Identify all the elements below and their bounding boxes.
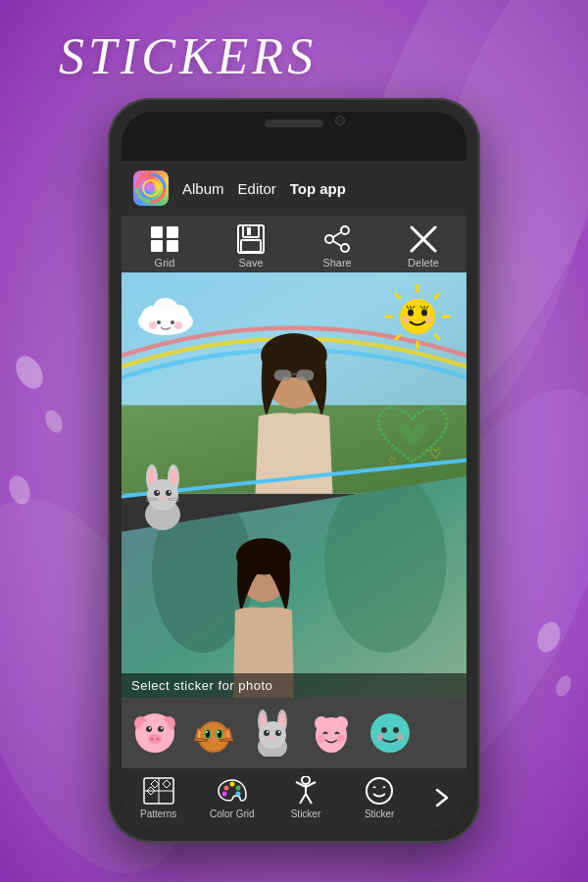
svg-point-88: [139, 717, 171, 749]
svg-point-89: [146, 726, 152, 732]
save-button[interactable]: Save: [233, 223, 269, 269]
svg-marker-137: [151, 780, 159, 788]
svg-point-120: [275, 730, 281, 736]
tab-sticker1[interactable]: Sticker: [280, 776, 331, 819]
nav-top-app[interactable]: Top app: [290, 180, 346, 197]
svg-point-142: [235, 786, 240, 791]
svg-point-76: [157, 491, 159, 493]
sticker-cloud[interactable]: [131, 290, 200, 339]
sticker-sun[interactable]: [383, 282, 452, 351]
svg-line-54: [396, 335, 400, 339]
nav-editor[interactable]: Editor: [238, 180, 276, 197]
svg-point-74: [154, 490, 160, 496]
svg-point-108: [212, 739, 216, 742]
svg-point-9: [553, 673, 574, 699]
svg-point-73: [147, 479, 178, 511]
svg-line-150: [306, 794, 312, 804]
sticker-bunny-border[interactable]: [136, 464, 190, 532]
svg-point-78: [161, 497, 165, 500]
nav-album[interactable]: Album: [182, 180, 224, 197]
share-icon: [319, 223, 355, 255]
sticker-item-bunny[interactable]: [247, 708, 298, 759]
svg-point-23: [325, 235, 333, 243]
sticker1-icon: [288, 776, 323, 806]
svg-point-121: [267, 731, 269, 733]
svg-point-123: [270, 737, 274, 740]
app-screen: Album Editor Top app: [122, 161, 466, 829]
phone-screen: Album Editor Top app: [122, 112, 466, 829]
svg-text:♡: ♡: [429, 446, 442, 462]
svg-line-50: [435, 294, 439, 298]
svg-point-129: [370, 713, 410, 753]
svg-point-38: [324, 476, 446, 653]
svg-point-122: [278, 731, 280, 733]
svg-line-149: [300, 794, 306, 804]
sticker-item-teal[interactable]: [365, 708, 416, 759]
sticker1-label: Sticker: [291, 808, 321, 819]
photo-area[interactable]: ♡ ♡ Select sticker for photo: [122, 272, 466, 698]
svg-point-106: [206, 731, 208, 733]
svg-point-151: [367, 778, 392, 804]
svg-point-77: [169, 491, 171, 493]
sticker-item-cat[interactable]: [188, 708, 239, 759]
tab-patterns[interactable]: Patterns: [133, 776, 184, 819]
app-icon[interactable]: [133, 171, 169, 206]
sticker-heart[interactable]: ♡ ♡: [368, 398, 457, 476]
grid-button[interactable]: Grid: [147, 223, 182, 269]
svg-point-101: [200, 723, 227, 751]
share-label: Share: [322, 257, 351, 269]
color-grid-label: Color Grid: [210, 808, 255, 819]
svg-point-24: [341, 244, 349, 252]
sticker-item-ghost[interactable]: [306, 708, 357, 759]
next-button[interactable]: [427, 784, 455, 811]
tab-color-grid[interactable]: Color Grid: [207, 776, 258, 819]
svg-point-130: [381, 727, 387, 733]
tab-sticker2[interactable]: Sticker: [354, 776, 405, 819]
svg-point-107: [218, 731, 220, 733]
svg-point-67: [425, 316, 433, 323]
svg-point-22: [341, 226, 349, 234]
svg-point-118: [259, 721, 286, 749]
svg-point-5: [11, 351, 49, 393]
svg-point-131: [393, 727, 399, 733]
phone-outer-frame: Album Editor Top app: [108, 98, 480, 843]
svg-line-52: [435, 335, 439, 339]
svg-point-7: [5, 472, 33, 507]
phone-camera: [335, 116, 345, 125]
sticker2-icon: [362, 776, 397, 806]
svg-text:♡: ♡: [388, 456, 397, 466]
svg-point-119: [264, 730, 270, 736]
delete-icon: [406, 223, 441, 255]
svg-point-46: [174, 321, 182, 329]
svg-point-94: [151, 738, 154, 741]
svg-rect-15: [167, 226, 178, 238]
nav-bar: Album Editor Top app: [122, 161, 466, 216]
app-title: STICKERS: [59, 27, 317, 85]
svg-point-141: [229, 782, 234, 787]
color-grid-icon: [215, 776, 250, 806]
svg-rect-21: [247, 227, 251, 235]
svg-line-26: [333, 241, 341, 246]
svg-rect-20: [241, 240, 261, 252]
sticker-tray: [122, 698, 466, 768]
phone-speaker: [265, 120, 323, 127]
svg-point-126: [334, 716, 348, 730]
svg-point-75: [166, 490, 172, 496]
svg-line-25: [333, 232, 341, 237]
save-label: Save: [238, 257, 263, 269]
svg-point-125: [315, 716, 328, 730]
svg-point-92: [161, 727, 163, 729]
svg-point-93: [148, 734, 162, 744]
svg-rect-14: [151, 226, 163, 238]
delete-button[interactable]: Delete: [406, 223, 441, 269]
svg-point-91: [149, 727, 151, 729]
svg-point-48: [171, 320, 174, 324]
grid-label: Grid: [155, 257, 175, 269]
patterns-label: Patterns: [140, 808, 176, 819]
svg-point-140: [223, 786, 228, 791]
toolbar: Grid Save: [122, 216, 466, 272]
svg-point-13: [147, 184, 155, 192]
sticker-item-pig[interactable]: [129, 708, 180, 759]
share-button[interactable]: Share: [319, 223, 355, 269]
svg-rect-34: [296, 369, 314, 380]
